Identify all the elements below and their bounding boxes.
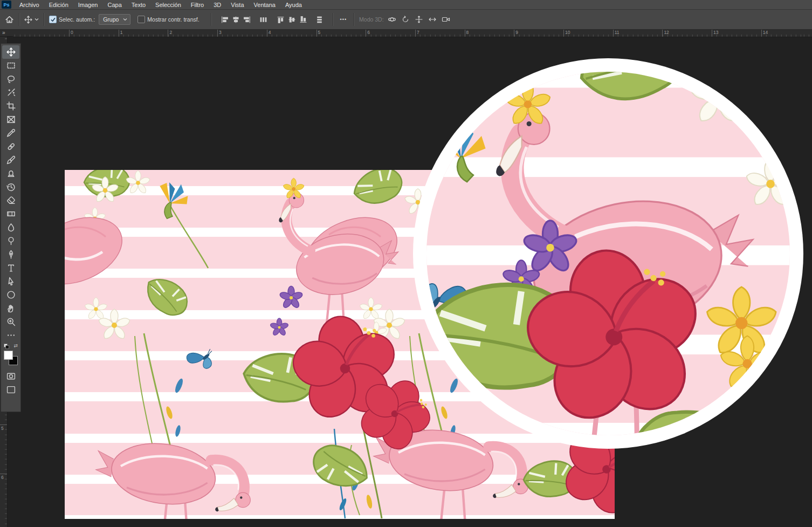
menu-item-ventana[interactable]: Ventana: [249, 1, 280, 9]
align-top-icon[interactable]: [277, 16, 285, 24]
tool-marquee[interactable]: [2, 59, 19, 72]
ruler-number: 5: [318, 30, 321, 35]
tool-hand[interactable]: [2, 302, 19, 315]
menu-item-filtro[interactable]: Filtro: [186, 1, 209, 9]
ruler-major-tick: [563, 29, 564, 37]
ruler-number: 14: [763, 30, 768, 35]
show-transform-checkbox[interactable]: [137, 16, 145, 23]
menubar: Ps ArchivoEdiciónImagenCapaTextoSelecció…: [0, 0, 812, 10]
ruler-major-tick: [366, 29, 366, 37]
separator: [19, 13, 19, 26]
tool-eraser[interactable]: [2, 194, 19, 207]
panel-collapse-corner[interactable]: »: [0, 29, 13, 37]
ruler-major-tick: [316, 29, 317, 37]
menu-item-seleccion[interactable]: Selección: [150, 1, 186, 9]
menu-item-imagen[interactable]: Imagen: [73, 1, 103, 9]
default-colors-icon[interactable]: [4, 344, 9, 348]
ruler-major-tick: [465, 29, 465, 37]
home-button[interactable]: [5, 15, 14, 24]
ruler-number: 10: [565, 30, 570, 35]
chevron-down-icon: [123, 18, 127, 21]
tool-type[interactable]: [2, 261, 19, 275]
ruler-number: 6: [367, 30, 370, 35]
ruler-major-tick: [217, 29, 218, 37]
ruler-major-tick: [69, 29, 70, 37]
tool-preset-move[interactable]: [24, 16, 39, 24]
menu-item-edicion[interactable]: Edición: [44, 1, 73, 9]
show-transform-label: Mostrar contr. transf.: [147, 16, 199, 23]
tool-history-brush[interactable]: [2, 180, 19, 194]
distribute-horizontal-icon[interactable]: [259, 16, 267, 24]
auto-select-group-dropdown[interactable]: Grupo: [99, 14, 130, 25]
align-middle-vertical-icon[interactable]: [288, 16, 296, 24]
mode3d-roll-icon[interactable]: [401, 15, 410, 24]
tool-toolbar-more[interactable]: [2, 328, 19, 342]
ruler-major-tick: [0, 425, 7, 425]
move-tool-icon: [24, 16, 32, 24]
separator: [211, 13, 211, 26]
ruler-major-tick: [267, 29, 267, 37]
menu-item-3d[interactable]: 3D: [209, 1, 226, 9]
align-left-icon[interactable]: [221, 16, 229, 24]
tool-brush[interactable]: [2, 153, 19, 167]
menu-item-archivo[interactable]: Archivo: [15, 1, 44, 9]
ruler-number: 6: [1, 475, 4, 480]
tool-frame[interactable]: [2, 113, 19, 126]
mode3d-orbit-icon[interactable]: [388, 15, 396, 24]
tool-blur[interactable]: [2, 221, 19, 234]
ruler-number: 13: [713, 30, 718, 35]
quick-mask-button[interactable]: [2, 369, 19, 383]
tool-ellipse[interactable]: [2, 288, 19, 302]
ruler-number: 9: [515, 30, 518, 35]
tool-lasso[interactable]: [2, 72, 19, 86]
ruler-major-tick: [761, 29, 762, 37]
align-right-icon[interactable]: [243, 16, 251, 24]
ruler-number: 2: [169, 30, 172, 35]
photoshop-logo: Ps: [2, 1, 11, 9]
tool-path-selection[interactable]: [2, 275, 19, 288]
ruler-top[interactable]: 01234567891011121314: [13, 29, 812, 37]
auto-select-value: Grupo: [103, 16, 119, 23]
more-options-button[interactable]: •••: [338, 16, 349, 23]
toolbar: ⇄: [1, 43, 21, 412]
ruler-number: 1: [120, 30, 123, 35]
ruler-major-tick: [415, 29, 416, 37]
ruler-number: 8: [466, 30, 469, 35]
tool-crop[interactable]: [2, 99, 19, 113]
photoshop-window: Ps ArchivoEdiciónImagenCapaTextoSelecció…: [0, 0, 812, 527]
tool-eyedropper[interactable]: [2, 126, 19, 140]
swap-colors-icon[interactable]: ⇄: [13, 343, 18, 348]
separator: [44, 13, 44, 26]
ruler-major-tick: [119, 29, 119, 37]
ruler-number: 0: [71, 30, 73, 35]
foreground-color-swatch[interactable]: [4, 351, 13, 360]
menu-item-ayuda[interactable]: Ayuda: [280, 1, 307, 9]
ruler-number: 3: [219, 30, 222, 35]
distribute-vertical-icon[interactable]: [315, 16, 324, 24]
menu-item-capa[interactable]: Capa: [102, 1, 126, 9]
tool-healing-brush[interactable]: [2, 140, 19, 153]
tool-quick-selection[interactable]: [2, 86, 19, 99]
align-center-horizontal-icon[interactable]: [232, 16, 240, 24]
screen-mode-button[interactable]: [2, 383, 19, 396]
align-bottom-icon[interactable]: [299, 16, 307, 24]
ruler-major-tick: [0, 474, 7, 474]
tool-zoom[interactable]: [2, 315, 19, 328]
tool-gradient[interactable]: [2, 207, 19, 221]
ruler-major-tick: [662, 29, 663, 37]
auto-select-checkbox[interactable]: [49, 16, 57, 23]
ruler-major-tick: [168, 29, 168, 37]
mode3d-pan-icon[interactable]: [415, 15, 423, 24]
tool-clone-stamp[interactable]: [2, 167, 19, 180]
ruler-number: 12: [664, 30, 669, 35]
mode3d-camera-icon[interactable]: [442, 15, 450, 24]
menu-item-texto[interactable]: Texto: [127, 1, 150, 9]
menu-item-vista[interactable]: Vista: [226, 1, 249, 9]
mode-3d-label: Modo 3D:: [359, 16, 384, 23]
tool-pen[interactable]: [2, 248, 19, 261]
mode3d-slide-icon[interactable]: [428, 15, 437, 24]
tool-move[interactable]: [2, 45, 19, 59]
ruler-number: 4: [269, 30, 271, 35]
canvas[interactable]: [0, 0, 812, 527]
tool-dodge[interactable]: [2, 234, 19, 248]
